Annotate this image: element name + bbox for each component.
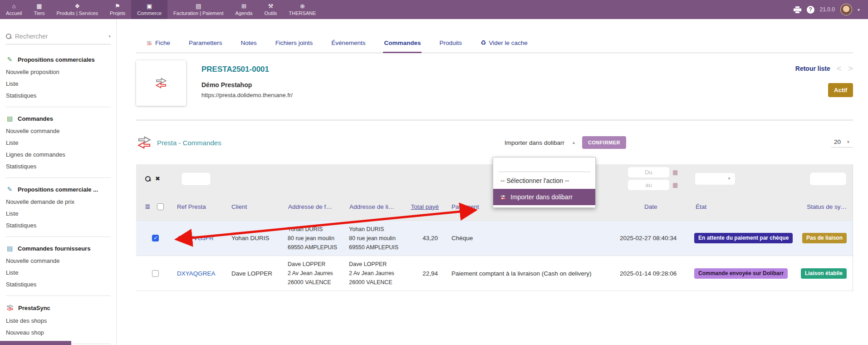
sidebar-item-nouvelle-commande[interactable]: Nouvelle commande bbox=[6, 125, 111, 137]
sidebar-item-liste-des-shops[interactable]: Liste des shops bbox=[6, 315, 111, 327]
tab-vider-le-cache[interactable]: ♻ Vider le cache bbox=[480, 39, 529, 53]
nav-item-produits-services[interactable]: ❖ Produits | Services bbox=[51, 0, 104, 19]
object-tabbar: Fiche Parametters Notes Fichiers joints … bbox=[136, 39, 853, 53]
col-addresse-livraison[interactable]: Addresse de li… bbox=[347, 203, 399, 210]
tab-produits[interactable]: Produits bbox=[438, 39, 463, 53]
tab-commandes[interactable]: Commandes bbox=[383, 39, 422, 53]
col-addresse-facturation[interactable]: Addresse de f… bbox=[286, 203, 347, 210]
sidebar-item-liste-commandes[interactable]: Liste bbox=[6, 137, 111, 149]
ref-presta-link[interactable]: ANRTVGJFR bbox=[175, 235, 229, 242]
nav-item-outils[interactable]: ⚒ Outils bbox=[258, 0, 283, 19]
chevron-down-icon[interactable]: ▾ bbox=[858, 7, 860, 12]
col-status-sync[interactable]: Status de sy… bbox=[796, 203, 853, 210]
chevron-up-icon[interactable]: ▲ bbox=[572, 140, 576, 145]
table-row[interactable]: ANRTVGJFR Yohan DURIS Yohan DURIS 80 rue… bbox=[136, 220, 853, 256]
dropdown-option-importer[interactable]: Importer dans dolibarr bbox=[493, 189, 595, 205]
sidebar-item-statistiques-propositions[interactable]: Statistiques bbox=[6, 90, 111, 102]
chevron-right-icon[interactable]: > bbox=[848, 64, 853, 73]
mass-action-cluster: Importer dans dolibarr ▲ CONFIRMER bbox=[505, 136, 626, 149]
search-scope-chevron-icon[interactable]: ▾ bbox=[108, 34, 111, 39]
table-row[interactable]: DXYAQGREA Dave LOPPER Dave LOPPER 2 Av J… bbox=[136, 256, 853, 291]
row-checkbox[interactable] bbox=[152, 270, 159, 277]
projects-icon: ⚑ bbox=[115, 3, 120, 10]
sidebar-item-statistiques-demandes[interactable]: Statistiques bbox=[6, 220, 111, 232]
sidebar-title-propositions-commerciales[interactable]: ✎ Propositions commerciales bbox=[6, 54, 111, 66]
help-icon[interactable]: ? bbox=[807, 6, 814, 14]
proposal-icon: ✎ bbox=[6, 56, 14, 63]
status-badge-actif: Actif bbox=[828, 83, 853, 97]
filter-date-from-input[interactable]: Du bbox=[628, 167, 670, 178]
filter-sync-input[interactable] bbox=[809, 172, 847, 186]
search-icon[interactable] bbox=[145, 176, 151, 182]
filter-ref-input[interactable] bbox=[181, 172, 211, 186]
filter-date-to-input[interactable]: au bbox=[628, 179, 670, 191]
sidebar-item-nouveau-shop[interactable]: Nouveau shop bbox=[6, 327, 111, 339]
divider bbox=[6, 296, 111, 296]
printer-icon[interactable] bbox=[794, 6, 801, 13]
payment-method: Chèque bbox=[442, 235, 617, 242]
nav-item-thersane[interactable]: ⊕ THERSANE bbox=[283, 0, 322, 19]
building-icon: ▦ bbox=[36, 3, 42, 10]
col-client[interactable]: Client bbox=[229, 203, 286, 210]
back-to-list-link[interactable]: Retour liste bbox=[795, 65, 830, 72]
calendar-icon[interactable]: ▦ bbox=[672, 169, 678, 175]
version-label: 21.0.0 bbox=[820, 6, 835, 13]
sidebar-title-prestasync[interactable]: PrestaSync bbox=[6, 301, 111, 315]
select-all-checkbox[interactable] bbox=[157, 203, 164, 210]
sidebar-title-commandes-fournisseurs[interactable]: ▤ Commandes fournisseurs bbox=[6, 242, 111, 255]
sidebar-item-nouvelle-proposition[interactable]: Nouvelle proposition bbox=[6, 66, 111, 78]
order-date: 2025-01-14 09:28:06 bbox=[617, 270, 692, 277]
nav-item-projets[interactable]: ⚑ Projets bbox=[104, 0, 131, 19]
divider bbox=[136, 120, 853, 120]
sidebar-item-statistiques-commandes[interactable]: Statistiques bbox=[6, 161, 111, 172]
shop-url: https://presta.dolidemo.thersane.fr/ bbox=[201, 92, 293, 99]
nav-item-facturation-paiement[interactable]: ▤ Facturation | Paiement bbox=[167, 0, 229, 19]
sidebar-search: ▾ bbox=[6, 33, 111, 44]
sidebar-item-nouvelle-commande-fournisseur[interactable]: Nouvelle commande bbox=[6, 255, 111, 267]
col-date[interactable]: Date bbox=[617, 203, 692, 210]
order-state-badge: Commande envoyée sur Dolibarr bbox=[694, 268, 788, 279]
sidebar-title-propositions-fournisseurs[interactable]: ✎ Propositions commerciale ... bbox=[6, 183, 111, 196]
row-checkbox[interactable] bbox=[152, 235, 159, 242]
nav-item-commerce[interactable]: ▣ Commerce bbox=[131, 0, 167, 19]
tab-parametters[interactable]: Parametters bbox=[188, 39, 223, 53]
tab-fichiers-joints[interactable]: Fichiers joints bbox=[275, 39, 314, 53]
sidebar-item-nouvelle-demande-de-prix[interactable]: Nouvelle demande de prix bbox=[6, 196, 111, 208]
ref-presta-link[interactable]: DXYAQGREA bbox=[175, 270, 229, 277]
sidebar-title-commandes[interactable]: ▤ Commandes bbox=[6, 113, 111, 125]
dropdown-option-placeholder[interactable]: -- Sélectionner l'action -- bbox=[493, 172, 595, 189]
divider bbox=[6, 237, 111, 237]
col-total-paye[interactable]: Total payé bbox=[399, 203, 442, 210]
prestasync-icon bbox=[136, 134, 152, 151]
filter-state-select[interactable]: ▼ bbox=[695, 172, 736, 185]
confirm-button[interactable]: CONFIRMER bbox=[582, 136, 626, 149]
mass-action-select[interactable]: Importer dans dolibarr bbox=[505, 139, 564, 146]
tab-evenements[interactable]: Événements bbox=[330, 39, 366, 53]
chevron-left-icon[interactable]: < bbox=[837, 64, 842, 73]
dropdown-option-empty[interactable] bbox=[493, 158, 595, 172]
nav-item-accueil[interactable]: ⌂ Accueil bbox=[0, 0, 28, 19]
sync-status-badge: Liaison établie bbox=[801, 268, 847, 279]
tab-fiche[interactable]: Fiche bbox=[145, 39, 171, 53]
supplier-proposal-icon: ✎ bbox=[6, 186, 14, 193]
calendar-icon[interactable]: ▦ bbox=[672, 182, 678, 188]
sidebar-item-statistiques-fournisseurs[interactable]: Statistiques bbox=[6, 279, 111, 291]
clear-filters-icon[interactable]: ✖ bbox=[155, 175, 160, 182]
prestasync-icon bbox=[500, 194, 506, 201]
nav-item-tiers[interactable]: ▦ Tiers bbox=[28, 0, 50, 19]
col-etat[interactable]: État bbox=[692, 203, 796, 210]
col-ref-presta[interactable]: Ref Presta bbox=[175, 203, 229, 210]
list-fields-icon[interactable]: ≣ bbox=[145, 202, 151, 211]
user-avatar[interactable] bbox=[840, 4, 852, 15]
page-size-select[interactable]: 20 ▼ bbox=[831, 138, 853, 148]
invoice-icon: ▤ bbox=[196, 3, 201, 10]
sidebar-item-lignes-de-commandes[interactable]: Lignes de commandes bbox=[6, 149, 111, 161]
sidebar-item-liste-demandes[interactable]: Liste bbox=[6, 208, 111, 220]
shop-ref: PRESTA2501-0001 bbox=[201, 65, 293, 74]
tab-notes[interactable]: Notes bbox=[240, 39, 258, 53]
sidebar-item-liste-propositions[interactable]: Liste bbox=[6, 78, 111, 90]
search-input[interactable] bbox=[15, 33, 105, 40]
total-paid: 43,20 bbox=[399, 235, 442, 242]
nav-item-agenda[interactable]: ⊞ Agenda bbox=[230, 0, 259, 19]
sidebar-item-liste-commandes-fournisseurs[interactable]: Liste bbox=[6, 267, 111, 279]
